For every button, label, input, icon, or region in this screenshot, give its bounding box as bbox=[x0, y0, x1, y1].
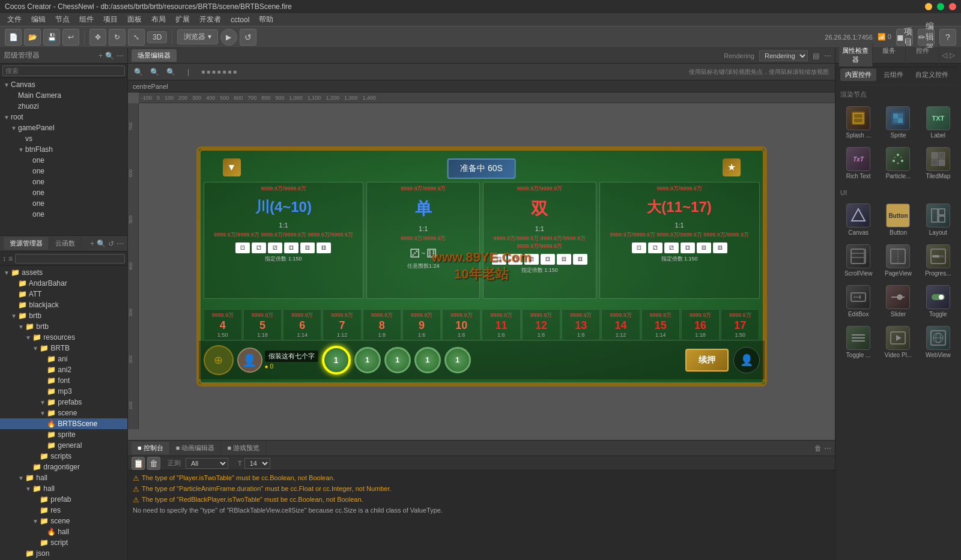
refresh-button[interactable]: ↺ bbox=[240, 29, 256, 46]
comp-progress[interactable]: Progres... bbox=[920, 242, 956, 279]
animation-tab[interactable]: ■ 动画编辑器 bbox=[170, 442, 222, 454]
console-tab[interactable]: ■ 控制台 bbox=[132, 442, 170, 454]
rendering-select[interactable]: Rendering bbox=[759, 50, 808, 61]
bet-9[interactable]: 9999.9万 9 1:6 bbox=[402, 309, 441, 340]
tree-ani2[interactable]: 📁 ani2 bbox=[0, 364, 127, 375]
bet-16[interactable]: 9999.9万 16 1:18 bbox=[681, 309, 720, 340]
tree-item-one-3[interactable]: one bbox=[0, 176, 127, 187]
tree-script[interactable]: 📁 script bbox=[0, 537, 127, 548]
resources-search-icon[interactable]: 🔍 bbox=[97, 239, 106, 248]
tree-json[interactable]: 📁 json bbox=[0, 548, 127, 559]
tree-sprite[interactable]: 📁 sprite bbox=[0, 429, 127, 440]
comp-label[interactable]: TXT Label bbox=[920, 104, 956, 141]
tree-scene[interactable]: ▼📁 scene bbox=[0, 408, 127, 418]
tree-BRTBScene[interactable]: 🔥 BRTBScene bbox=[0, 418, 127, 429]
tree-font[interactable]: 📁 font bbox=[0, 375, 127, 386]
cloud-comp-tab[interactable]: 云组件 bbox=[879, 68, 908, 81]
scene-zoom-in[interactable]: 🔍 bbox=[148, 67, 162, 77]
bet-8[interactable]: 9999.9万 8 1:8 bbox=[363, 309, 401, 340]
tree-item-one-1[interactable]: one bbox=[0, 155, 127, 166]
comp-button[interactable]: Button Button bbox=[880, 201, 916, 238]
comp-layout[interactable]: Layout bbox=[920, 201, 956, 238]
inspector-icon1[interactable]: ◁ bbox=[942, 51, 947, 59]
tree-mp3[interactable]: 📁 mp3 bbox=[0, 386, 127, 397]
scene-zoom-icon[interactable]: 🔍 bbox=[164, 67, 178, 77]
comp-particle[interactable]: Particle... bbox=[880, 145, 916, 182]
hierarchy-search-icon[interactable]: 🔍 bbox=[105, 52, 114, 60]
bet-13[interactable]: 9999.9万 13 1:8 bbox=[562, 309, 600, 340]
tree-dragontiger[interactable]: 📁 dragontiger bbox=[0, 462, 127, 472]
menu-item-扩展[interactable]: 扩展 bbox=[171, 13, 195, 26]
toolbar-open-button[interactable]: 📂 bbox=[24, 29, 41, 46]
continue-button[interactable]: 续押 bbox=[685, 349, 729, 372]
bet-area-double[interactable]: 9999.9万/9999.9万 双 1:1 9999.9万/9999.9万 99… bbox=[483, 182, 596, 299]
menu-item-开发者[interactable]: 开发者 bbox=[195, 13, 226, 26]
hierarchy-add-icon[interactable]: + bbox=[99, 52, 103, 60]
toolbar-scale-button[interactable]: ⤡ bbox=[128, 29, 145, 46]
hierarchy-more-icon[interactable]: ⋯ bbox=[117, 52, 124, 60]
inspector-icon2[interactable]: ▷ bbox=[950, 51, 955, 59]
sort-icon[interactable]: ↕ bbox=[2, 254, 6, 263]
builtin-tab[interactable]: 内置控件 bbox=[840, 68, 876, 81]
browser-button[interactable]: 浏览器 ▾ bbox=[177, 29, 217, 44]
tree-scene2[interactable]: ▼📁 scene bbox=[0, 516, 127, 526]
play-button[interactable]: ▶ bbox=[220, 29, 237, 46]
bet-10[interactable]: 9999.9万 10 1:6 bbox=[442, 309, 480, 340]
comp-pageview[interactable]: PageView bbox=[880, 242, 916, 279]
chip-5[interactable]: 1 bbox=[444, 347, 471, 373]
maximize-button[interactable] bbox=[937, 3, 944, 10]
tree-att[interactable]: 📁 ATT bbox=[0, 289, 127, 300]
console-more-icon[interactable]: ⋯ bbox=[824, 444, 831, 453]
comp-canvas[interactable]: Canvas bbox=[840, 201, 876, 238]
tree-hall3[interactable]: 🔥 hall bbox=[0, 526, 127, 537]
tree-item-btnflash[interactable]: ▼btnFlash bbox=[0, 144, 127, 155]
cloud-tab[interactable]: 云函数 bbox=[49, 237, 82, 250]
tree-item-main-camera[interactable]: Main Camera bbox=[0, 90, 127, 101]
project-button[interactable]: ◼ 项目 bbox=[896, 29, 913, 46]
scene-more-icon[interactable]: ⋯ bbox=[824, 52, 831, 60]
comp-scrollview[interactable]: ScrollView bbox=[840, 242, 876, 279]
arrow-right-button[interactable]: ★ bbox=[723, 158, 741, 176]
tree-prefabs[interactable]: ▼📁 prefabs bbox=[0, 397, 127, 408]
comp-webview[interactable]: WebView bbox=[920, 324, 956, 361]
tree-item-vs[interactable]: vs bbox=[0, 133, 127, 144]
menu-item-帮助[interactable]: 帮助 bbox=[254, 13, 278, 26]
tree-res[interactable]: 📁 res bbox=[0, 505, 127, 516]
tree-prefab[interactable]: 📁 prefab bbox=[0, 494, 127, 505]
chip-1-selected[interactable]: 1 bbox=[322, 346, 351, 375]
filter-icon[interactable]: ≡ bbox=[8, 254, 13, 263]
chip-4[interactable]: 1 bbox=[414, 347, 441, 373]
preview-tab[interactable]: ■ 游戏预览 bbox=[221, 442, 266, 454]
comp-tiledmap[interactable]: TiledMap bbox=[920, 145, 956, 182]
comp-richtext[interactable]: TxT Rich Text bbox=[840, 145, 876, 182]
toolbar-rotate-button[interactable]: ↻ bbox=[109, 29, 126, 46]
custom-comp-tab[interactable]: 自定义控件 bbox=[911, 68, 953, 81]
tree-item-one-6[interactable]: one bbox=[0, 209, 127, 220]
chip-3[interactable]: 1 bbox=[384, 347, 411, 373]
menu-item-编辑[interactable]: 编辑 bbox=[26, 13, 50, 26]
tree-ani[interactable]: 📁 ani bbox=[0, 354, 127, 364]
settings-button[interactable]: 👤 bbox=[733, 347, 760, 373]
bet-12[interactable]: 9999.9万 12 1:6 bbox=[522, 309, 560, 340]
bet-area-large[interactable]: 9999.9万/9999.9万 大(11~17) 1:1 9999.9万/999… bbox=[599, 182, 760, 299]
toolbar-undo-button[interactable]: ↩ bbox=[62, 29, 79, 46]
font-size-select[interactable]: 14 12 16 bbox=[244, 458, 270, 469]
resources-search-input[interactable] bbox=[15, 254, 125, 263]
bet-area-single[interactable]: 9999.9万/9999.9万 单 1:1 9999.9万/9999.9万 ⚂ … bbox=[366, 182, 480, 299]
toolbar-3d-toggle[interactable]: 3D bbox=[147, 31, 167, 43]
menu-item-项目[interactable]: 项目 bbox=[99, 13, 123, 26]
hierarchy-search-input[interactable] bbox=[2, 65, 125, 76]
tree-assets[interactable]: ▼📁 assets bbox=[0, 267, 127, 278]
filter-select[interactable]: All Error Warning Log bbox=[186, 458, 228, 469]
menu-item-文件[interactable]: 文件 bbox=[2, 13, 26, 26]
toolbar-new-button[interactable]: 📄 bbox=[5, 29, 22, 46]
toolbar-save-button[interactable]: 💾 bbox=[43, 29, 60, 46]
tree-item-one-2[interactable]: one bbox=[0, 166, 127, 176]
resources-refresh-icon[interactable]: ↺ bbox=[108, 239, 114, 248]
tree-hall2[interactable]: ▼📁 hall bbox=[0, 483, 127, 494]
tree-brtb2[interactable]: ▼📁 brtb bbox=[0, 321, 127, 332]
tree-resources[interactable]: ▼📁 resources bbox=[0, 332, 127, 343]
minimize-button[interactable] bbox=[925, 3, 932, 10]
comp-toggle[interactable]: Toggle bbox=[920, 283, 956, 320]
tree-hall1[interactable]: ▼📁 hall bbox=[0, 472, 127, 483]
